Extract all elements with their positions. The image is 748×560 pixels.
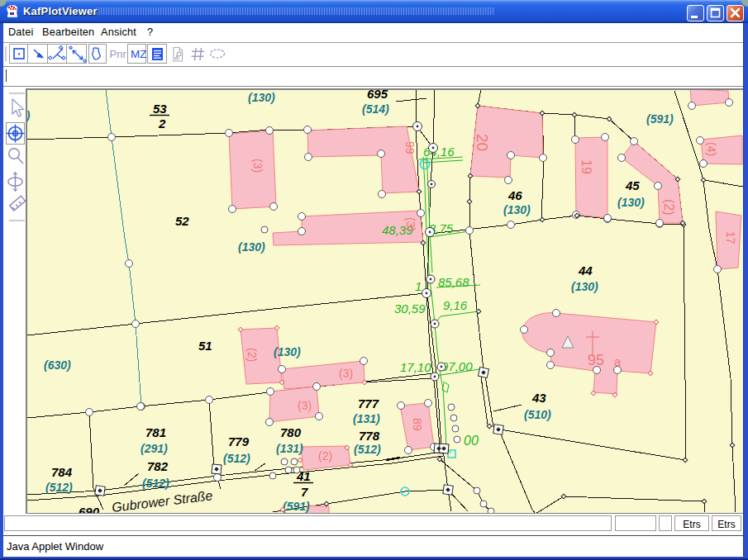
svg-text:(512): (512) [354,443,381,456]
svg-text:95: 95 [588,352,604,368]
svg-text:(510): (510) [524,408,551,421]
svg-text:784: 784 [51,465,73,479]
svg-text:782: 782 [147,459,169,473]
svg-text:(3): (3) [298,399,312,412]
svg-text:0): 0) [27,109,31,122]
svg-text:(130): (130) [248,91,275,104]
svg-text:(512): (512) [223,452,250,465]
svg-text:43: 43 [531,391,546,405]
svg-text:85,68: 85,68 [438,275,469,289]
svg-text:779: 779 [228,434,250,448]
svg-text:19: 19 [579,159,593,174]
svg-text:00: 00 [464,434,479,448]
svg-text:17,10: 17,10 [400,360,431,374]
svg-text:9,16: 9,16 [443,298,468,312]
svg-text:MZ: MZ [131,48,147,60]
svg-text:7: 7 [301,485,308,499]
svg-text:46: 46 [507,188,522,202]
svg-text:(514): (514) [362,102,389,116]
svg-text:2: 2 [158,116,166,131]
svg-text:781: 781 [145,425,166,439]
svg-text:1: 1 [415,279,422,293]
svg-text:(3): (3) [339,367,353,380]
svg-text:(130): (130) [571,280,598,293]
svg-text:(512): (512) [142,477,169,490]
svg-text:(4): (4) [705,142,718,156]
svg-text:(130): (130) [617,196,645,209]
svg-text:45: 45 [625,178,640,192]
svg-text:Pnr: Pnr [110,48,127,60]
svg-text:(291): (291) [141,442,168,455]
svg-text:44: 44 [578,263,593,278]
svg-text:(2): (2) [318,449,332,463]
svg-text:777: 777 [358,396,379,411]
svg-text:97,00: 97,00 [441,359,473,373]
svg-text:(131): (131) [276,442,303,455]
svg-text:(591): (591) [646,112,674,126]
svg-text:64,16: 64,16 [423,145,455,159]
svg-text:17: 17 [724,231,737,244]
svg-text:51: 51 [198,339,212,353]
svg-text:690: 690 [79,505,100,513]
svg-text:(2): (2) [245,348,259,362]
svg-text:695: 695 [367,90,388,101]
svg-text:52: 52 [175,214,189,228]
svg-text:53: 53 [153,102,167,116]
svg-text:778: 778 [359,429,380,443]
svg-text:(630): (630) [44,358,71,372]
svg-text:(3): (3) [251,159,264,173]
svg-text:99: 99 [403,141,417,154]
svg-text:(130): (130) [274,345,301,358]
svg-text:(131): (131) [353,412,380,425]
svg-text:(512): (512) [45,481,73,494]
svg-text:(591): (591) [283,500,310,513]
svg-text:(3): (3) [404,217,417,231]
svg-text:(130): (130) [503,203,531,216]
svg-text:(2): (2) [662,199,676,216]
svg-text:20: 20 [474,134,491,151]
svg-text:780: 780 [280,425,302,439]
svg-text:30,59: 30,59 [394,301,426,316]
svg-text:(130): (130) [238,240,265,254]
svg-text:89: 89 [411,418,424,431]
